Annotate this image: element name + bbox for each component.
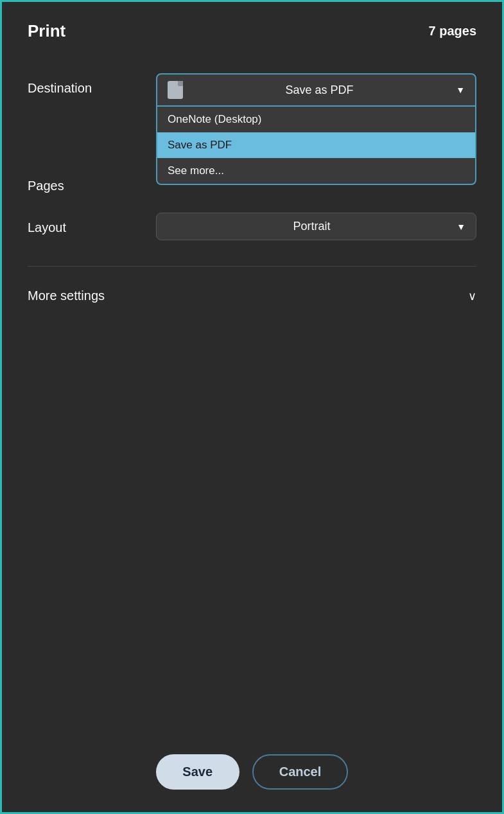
pages-label: Pages <box>28 171 156 193</box>
layout-chevron-icon: ▼ <box>456 222 465 232</box>
print-dialog: Print 7 pages Destination Save as PDF ▼ … <box>0 0 504 814</box>
more-settings-label: More settings <box>28 288 105 303</box>
layout-dropdown[interactable]: Portrait ▼ <box>156 213 476 240</box>
destination-option-save-pdf[interactable]: Save as PDF <box>157 132 475 158</box>
cancel-button[interactable]: Cancel <box>252 754 349 790</box>
dialog-header: Print 7 pages <box>28 21 476 41</box>
more-settings-chevron-icon: ∨ <box>468 289 476 303</box>
destination-option-onenote[interactable]: OneNote (Desktop) <box>157 107 475 132</box>
pdf-icon <box>168 81 183 99</box>
destination-control: Save as PDF ▼ OneNote (Desktop) Save as … <box>156 73 476 107</box>
layout-label: Layout <box>28 213 156 235</box>
destination-label: Destination <box>28 73 156 96</box>
chevron-down-icon: ▼ <box>456 85 465 95</box>
destination-dropdown-menu: OneNote (Desktop) Save as PDF See more..… <box>156 107 476 185</box>
see-more-option-label: See more... <box>168 164 224 177</box>
section-divider <box>28 266 476 267</box>
destination-option-see-more[interactable]: See more... <box>157 158 475 184</box>
destination-selected-value: Save as PDF <box>191 84 448 97</box>
more-settings-row[interactable]: More settings ∨ <box>28 286 476 306</box>
save-button[interactable]: Save <box>156 754 239 790</box>
save-pdf-option-label: Save as PDF <box>168 139 232 152</box>
layout-selected-value: Portrait <box>167 220 456 233</box>
destination-row: Destination Save as PDF ▼ OneNote (Deskt… <box>28 73 476 107</box>
layout-control: Portrait ▼ <box>156 213 476 240</box>
destination-dropdown[interactable]: Save as PDF ▼ <box>156 73 476 107</box>
page-count: 7 pages <box>429 24 476 39</box>
onenote-option-label: OneNote (Desktop) <box>168 113 261 126</box>
dialog-title: Print <box>28 21 65 41</box>
layout-row: Layout Portrait ▼ <box>28 213 476 240</box>
dialog-footer: Save Cancel <box>2 754 502 790</box>
